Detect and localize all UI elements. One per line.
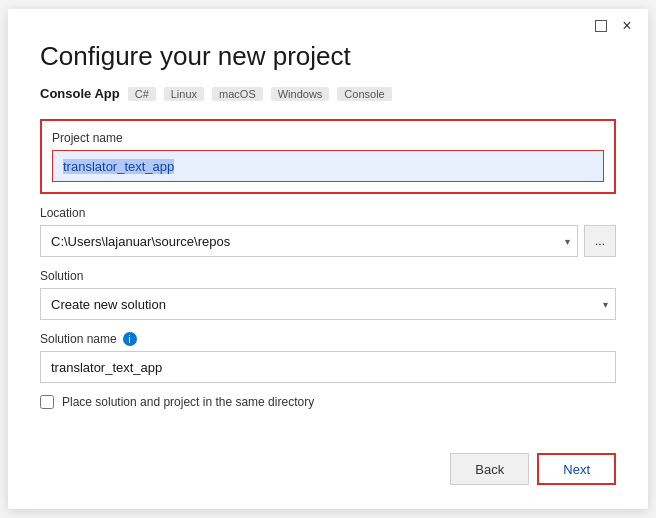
subtitle-row: Console App C# Linux macOS Windows Conso…: [40, 86, 616, 101]
browse-button[interactable]: ...: [584, 225, 616, 257]
location-select[interactable]: C:\Users\lajanuar\source\repos: [40, 225, 578, 257]
solution-name-section: Solution name i: [40, 332, 616, 383]
tag-console: Console: [337, 87, 391, 101]
next-button[interactable]: Next: [537, 453, 616, 485]
location-row: C:\Users\lajanuar\source\repos ▾ ...: [40, 225, 616, 257]
location-select-wrapper: C:\Users\lajanuar\source\repos ▾: [40, 225, 578, 257]
solution-label: Solution: [40, 269, 616, 283]
footer-buttons: Back Next: [450, 453, 616, 485]
app-type-label: Console App: [40, 86, 120, 101]
location-label: Location: [40, 206, 616, 220]
solution-name-input[interactable]: [40, 351, 616, 383]
solution-name-info-icon[interactable]: i: [123, 332, 137, 346]
solution-select-wrapper: Create new solution Add to solution Plac…: [40, 288, 616, 320]
same-directory-row: Place solution and project in the same d…: [40, 395, 616, 409]
page-title: Configure your new project: [40, 41, 616, 72]
same-directory-label: Place solution and project in the same d…: [62, 395, 314, 409]
solution-name-label: Solution name: [40, 332, 117, 346]
location-section: Location C:\Users\lajanuar\source\repos …: [40, 206, 616, 257]
solution-select[interactable]: Create new solution Add to solution Plac…: [40, 288, 616, 320]
title-bar: ×: [594, 19, 634, 33]
tag-linux: Linux: [164, 87, 204, 101]
maximize-button[interactable]: [594, 19, 608, 33]
close-button[interactable]: ×: [620, 19, 634, 33]
tag-csharp: C#: [128, 87, 156, 101]
back-button[interactable]: Back: [450, 453, 529, 485]
project-name-section: Project name: [40, 119, 616, 194]
tag-macos: macOS: [212, 87, 263, 101]
same-directory-checkbox[interactable]: [40, 395, 54, 409]
project-name-input[interactable]: [52, 150, 604, 182]
solution-section: Solution Create new solution Add to solu…: [40, 269, 616, 320]
tag-windows: Windows: [271, 87, 330, 101]
project-name-label: Project name: [52, 131, 604, 145]
configure-project-dialog: × Configure your new project Console App…: [8, 9, 648, 509]
solution-name-label-row: Solution name i: [40, 332, 616, 346]
